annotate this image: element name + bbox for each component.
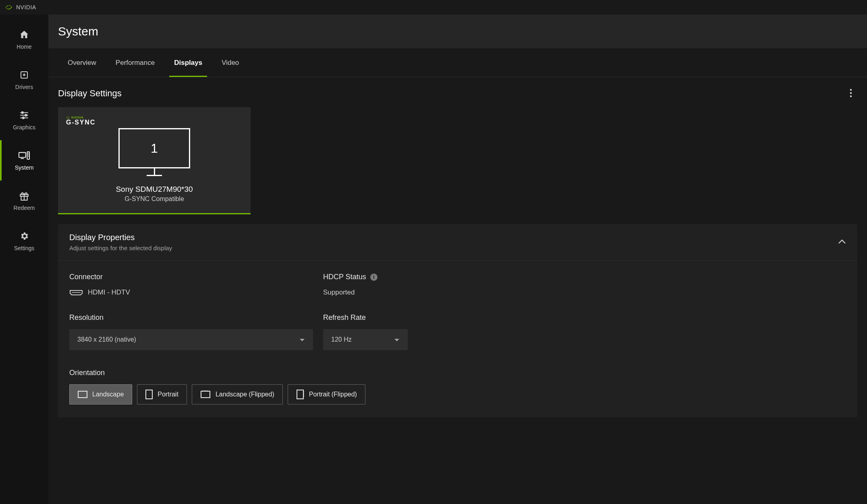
tab-label: Video [222, 59, 239, 67]
monitor-card[interactable]: NVIDIA G-SYNC 1 Sony SDMU27M90*30 G-SYNC… [58, 107, 251, 214]
chevron-down-icon [299, 336, 305, 343]
panel-subtitle: Adjust settings for the selected display [69, 245, 172, 251]
prop-resolution: Resolution 3840 x 2160 (native) [69, 313, 323, 350]
orientation-portrait-button[interactable]: Portrait [137, 384, 187, 404]
download-box-icon [19, 69, 30, 81]
monitor-icon: 1 [66, 128, 243, 176]
gsync-badge: NVIDIA G-SYNC [66, 116, 243, 126]
sidebar-item-label: Settings [14, 245, 35, 251]
hdcp-value: Supported [323, 288, 846, 297]
page-header: System [48, 15, 867, 48]
refresh-value: 120 Hz [331, 336, 352, 343]
gift-icon [19, 190, 30, 201]
titlebar: NVIDIA [0, 0, 867, 15]
resolution-select[interactable]: 3840 x 2160 (native) [69, 329, 313, 350]
prop-value: HDMI - HDTV [69, 288, 323, 297]
prop-orientation: Orientation Landscape [69, 369, 846, 404]
svg-point-3 [23, 117, 24, 118]
page-title: System [58, 25, 98, 38]
landscape-flipped-icon [200, 390, 211, 398]
sidebar-item-redeem[interactable]: Redeem [0, 180, 48, 221]
panel-header[interactable]: Display Properties Adjust settings for t… [58, 224, 857, 261]
home-icon [19, 29, 30, 40]
more-button[interactable] [844, 87, 857, 100]
prop-hdcp: HDCP Status i Supported [323, 273, 846, 297]
prop-label: HDCP Status i [323, 273, 846, 281]
tabs: Overview Performance Displays Video [48, 48, 867, 77]
orientation-label: Portrait (Flipped) [309, 391, 357, 398]
panel-body: Connector HDMI - HDTV HDCP Status [58, 261, 857, 417]
svg-point-1 [22, 112, 23, 113]
tab-label: Performance [116, 59, 155, 67]
tab-displays[interactable]: Displays [164, 48, 212, 77]
sidebar-item-home[interactable]: Home [0, 19, 48, 60]
prop-label: Orientation [69, 369, 846, 377]
prop-label: Connector [69, 273, 323, 281]
orientation-landscape-flipped-button[interactable]: Landscape (Flipped) [192, 384, 283, 404]
more-vertical-icon [850, 89, 852, 99]
tab-video[interactable]: Video [212, 48, 249, 77]
orientation-label: Portrait [158, 391, 178, 398]
chevron-up-icon [838, 239, 846, 245]
monitor-subtitle: G-SYNC Compatible [66, 195, 243, 203]
prop-connector: Connector HDMI - HDTV [69, 273, 323, 297]
content: Display Settings NVIDIA G-SYNC 1 [48, 77, 867, 504]
sidebar-item-graphics[interactable]: Graphics [0, 100, 48, 140]
sidebar-item-settings[interactable]: Settings [0, 221, 48, 261]
section-title: Display Settings [58, 88, 122, 99]
gsync-label: G-SYNC [66, 119, 243, 126]
portrait-icon [145, 390, 153, 399]
hdcp-label: HDCP Status [323, 273, 366, 281]
sidebar-item-label: Drivers [15, 84, 33, 90]
sidebar-item-drivers[interactable]: Drivers [0, 60, 48, 100]
orientation-label: Landscape (Flipped) [216, 391, 274, 398]
sidebar-item-label: Redeem [14, 205, 35, 211]
svg-rect-12 [146, 390, 152, 399]
portrait-flipped-icon [296, 389, 304, 400]
orientation-label: Landscape [92, 391, 124, 398]
svg-rect-14 [297, 390, 303, 399]
tab-label: Overview [68, 59, 96, 67]
svg-point-8 [850, 89, 852, 91]
resolution-value: 3840 x 2160 (native) [77, 336, 136, 343]
orientation-landscape-button[interactable]: Landscape [69, 384, 132, 404]
sliders-icon [19, 110, 30, 121]
sidebar-item-label: Home [17, 44, 31, 50]
prop-label: Resolution [69, 313, 323, 322]
svg-point-10 [850, 95, 852, 97]
landscape-icon [78, 391, 87, 398]
prop-label: Refresh Rate [323, 313, 846, 322]
sidebar-item-system[interactable]: System [0, 140, 48, 180]
brand-text: NVIDIA [16, 4, 36, 10]
tab-performance[interactable]: Performance [106, 48, 164, 77]
hdmi-icon [69, 289, 82, 296]
sidebar-item-label: System [15, 164, 34, 171]
chevron-down-icon [394, 336, 400, 343]
section-header: Display Settings [58, 87, 857, 100]
sidebar: Home Drivers Graphics System Redeem [0, 15, 48, 504]
display-properties-panel: Display Properties Adjust settings for t… [58, 224, 857, 417]
svg-point-9 [850, 92, 852, 94]
monitor-index: 1 [118, 128, 190, 168]
svg-rect-11 [78, 391, 87, 398]
panel-title: Display Properties [69, 233, 172, 242]
refresh-rate-select[interactable]: 120 Hz [323, 329, 408, 350]
orientation-portrait-flipped-button[interactable]: Portrait (Flipped) [288, 384, 365, 404]
svg-rect-4 [19, 153, 26, 158]
tab-label: Displays [174, 59, 202, 67]
connector-value: HDMI - HDTV [88, 288, 130, 297]
system-icon [19, 150, 30, 161]
gear-icon [19, 230, 30, 242]
svg-rect-13 [201, 391, 210, 398]
sidebar-item-label: Graphics [13, 124, 35, 131]
info-icon[interactable]: i [370, 274, 377, 281]
monitor-name: Sony SDMU27M90*30 [66, 185, 243, 194]
prop-refresh: Refresh Rate 120 Hz [323, 313, 846, 350]
nvidia-logo-icon [6, 4, 13, 10]
svg-point-2 [25, 114, 27, 116]
tab-overview[interactable]: Overview [58, 48, 106, 77]
